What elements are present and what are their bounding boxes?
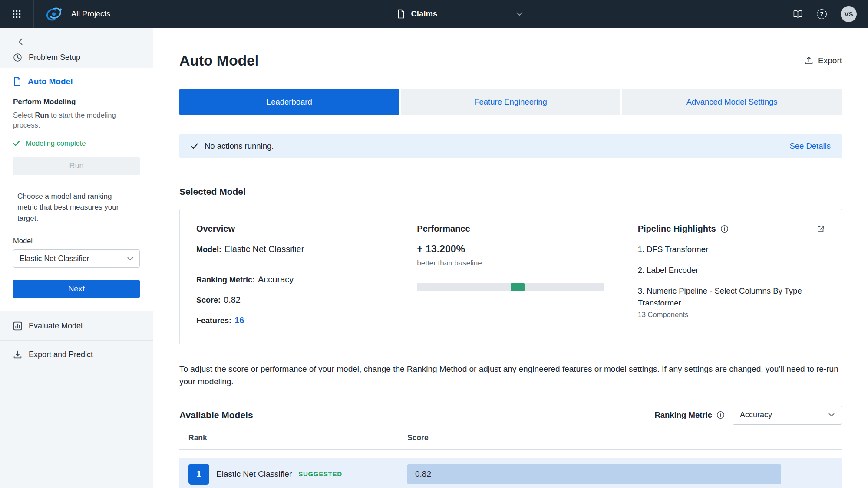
check-icon <box>191 143 198 149</box>
avatar[interactable]: VS <box>841 6 857 22</box>
pipeline-item: 3. Numeric Pipeline - Select Columns By … <box>638 285 825 305</box>
export-button[interactable]: Export <box>804 56 842 66</box>
tab-feature-engineering[interactable]: Feature Engineering <box>401 89 621 115</box>
project-switcher[interactable]: Claims <box>397 0 523 28</box>
info-icon[interactable] <box>720 225 729 233</box>
model-label: Model <box>13 237 140 245</box>
see-details-link[interactable]: See Details <box>789 141 831 151</box>
perform-modeling-description: Select Run to start the modeling process… <box>13 110 130 131</box>
all-projects-link[interactable]: All Projects <box>71 10 110 19</box>
pipeline-steps-list: 1. DFS Transformer 2. Label Encoder 3. N… <box>638 243 825 305</box>
ranking-metric-value: Accuracy <box>740 410 772 419</box>
clock-icon <box>13 53 22 62</box>
performance-track <box>417 283 604 291</box>
model-picker-help: Choose a model and ranking metric that b… <box>17 191 132 224</box>
book-icon <box>793 10 803 19</box>
overview-ranking-metric: Ranking Metric:Accuracy <box>196 275 383 285</box>
sidebar-item-label: Problem Setup <box>29 53 80 62</box>
performance-delta: + 13.200% <box>417 243 604 255</box>
ranking-metric-control: Ranking Metric Accuracy <box>654 406 842 425</box>
overview-panel: Overview Model:Elastic Net Classifier Ra… <box>180 209 400 344</box>
main-content: Auto Model Export Leaderboard Feature En… <box>154 28 868 488</box>
sidebar-item-auto-model[interactable]: Auto Model <box>13 77 140 86</box>
auto-model-section: Auto Model Perform Modeling Select Run t… <box>0 68 153 311</box>
topbar: All Projects Claims <box>0 0 868 28</box>
table-header: Rank Score <box>179 433 842 450</box>
chevron-left-icon <box>18 38 35 45</box>
help-button[interactable]: ? <box>817 9 827 19</box>
chevron-down-icon <box>127 257 133 261</box>
pipeline-panel: Pipeline Highlights <box>621 209 842 344</box>
file-icon <box>13 77 21 86</box>
run-button[interactable]: Run <box>13 157 140 175</box>
overview-score: Score:0.82 <box>196 295 383 305</box>
page-title: Auto Model <box>179 52 259 69</box>
logo-icon <box>44 6 63 22</box>
available-models-heading: Available Models <box>179 410 253 420</box>
rank-cell: 1 Elastic Net Classifier SUGGESTED <box>179 464 407 485</box>
suggested-badge: SUGGESTED <box>298 470 342 478</box>
overview-model: Model:Elastic Net Classifier <box>196 244 383 254</box>
rank-badge: 1 <box>188 464 209 485</box>
performance-marker <box>511 283 525 291</box>
modeling-status: Modeling complete <box>13 139 140 147</box>
score-value: 0.82 <box>415 469 431 479</box>
sidebar-collapse-button[interactable] <box>0 28 35 47</box>
sidebar-item-problem-setup[interactable]: Problem Setup <box>0 47 153 68</box>
tab-leaderboard[interactable]: Leaderboard <box>179 89 399 115</box>
modeling-status-label: Modeling complete <box>26 139 86 147</box>
chevron-down-icon <box>516 12 523 16</box>
selected-model-card: Overview Model:Elastic Net Classifier Ra… <box>179 209 842 344</box>
app-root: All Projects Claims <box>0 0 868 488</box>
models-table: Rank Score 1 Elastic Net Classifier SUGG… <box>179 433 842 488</box>
bar-chart-icon <box>13 321 22 331</box>
tab-advanced-model-settings[interactable]: Advanced Model Settings <box>622 89 842 115</box>
app-switcher-button[interactable] <box>0 0 34 28</box>
column-header-rank: Rank <box>179 433 407 442</box>
chevron-down-icon <box>828 413 835 417</box>
banner-message: No actions running. <box>205 141 274 151</box>
perform-modeling-title: Perform Modeling <box>13 98 140 106</box>
docs-button[interactable] <box>793 10 803 19</box>
adjust-note: To adjust the score or performance of yo… <box>179 363 842 388</box>
document-icon <box>397 9 405 19</box>
pipeline-item: 1. DFS Transformer <box>638 243 825 255</box>
sidebar-item-label: Export and Predict <box>29 350 93 359</box>
tab-bar: Leaderboard Feature Engineering Advanced… <box>179 89 842 115</box>
ranking-metric-label: Ranking Metric <box>654 410 712 420</box>
next-button[interactable]: Next <box>13 280 140 298</box>
status-banner: No actions running. See Details <box>179 134 842 158</box>
pipeline-title: Pipeline Highlights <box>638 224 716 234</box>
topbar-right: ? VS <box>793 6 868 22</box>
pipeline-components-count: 13 Components <box>638 305 825 319</box>
features-count-link[interactable]: 16 <box>234 315 244 325</box>
model-name: Elastic Net Classifier <box>216 469 292 479</box>
export-button-label: Export <box>818 56 842 66</box>
sidebar: Problem Setup Auto Model Perform Modelin… <box>0 28 153 488</box>
ranking-metric-select[interactable]: Accuracy <box>733 406 842 425</box>
check-icon <box>13 141 20 146</box>
column-header-score: Score <box>407 433 842 442</box>
selected-model-heading: Selected Model <box>179 186 842 197</box>
performance-note: better than baseline. <box>417 259 604 268</box>
info-icon[interactable] <box>716 411 725 419</box>
brand: All Projects <box>34 6 110 22</box>
divider <box>196 264 383 264</box>
upload-icon <box>804 56 813 65</box>
performance-title: Performance <box>417 224 604 234</box>
project-name: Claims <box>411 9 437 19</box>
grid-icon <box>12 10 21 19</box>
table-row[interactable]: 1 Elastic Net Classifier SUGGESTED 0.82 <box>179 458 842 488</box>
sidebar-item-label: Auto Model <box>28 77 73 86</box>
model-select[interactable]: Elastic Net Classifier <box>13 249 140 268</box>
overview-features: Features:16 <box>196 315 383 325</box>
external-link-icon <box>816 225 825 233</box>
score-cell: 0.82 <box>407 464 842 484</box>
overview-title: Overview <box>196 224 383 234</box>
sidebar-item-export-and-predict[interactable]: Export and Predict <box>0 340 153 369</box>
model-select-value: Elastic Net Classifier <box>20 254 89 263</box>
performance-panel: Performance + 13.200% better than baseli… <box>400 209 620 344</box>
open-pipeline-button[interactable] <box>816 225 825 233</box>
sidebar-item-evaluate-model[interactable]: Evaluate Model <box>0 311 153 340</box>
help-icon: ? <box>817 9 827 19</box>
